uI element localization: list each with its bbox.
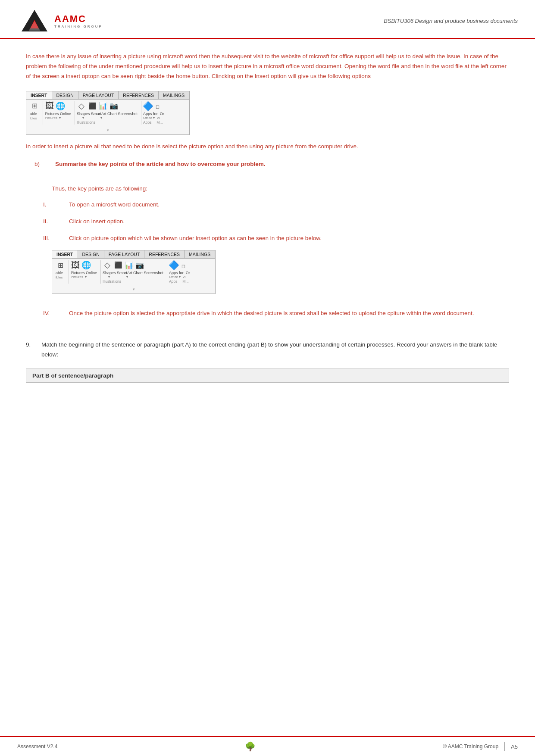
num-label-III: III. bbox=[43, 234, 69, 244]
tab-pagelayout-1: PAGE LAYOUT bbox=[78, 91, 119, 99]
tb-icons-shapes-2: ◇ ⬛ 📊 📷 bbox=[103, 260, 144, 270]
tb-sublabel-pictures-1: Pictures ▾ bbox=[45, 116, 61, 120]
tab-mailings-2: MAILINGS bbox=[185, 250, 215, 258]
logo-box bbox=[17, 8, 52, 34]
tb-sublabel-pictures-2: Pictures ▾ bbox=[71, 275, 87, 279]
logo-subtext: TRAINING GROUP bbox=[54, 25, 103, 28]
tab-design-1: DESIGN bbox=[52, 91, 78, 99]
tab-references-2: REFERENCES bbox=[144, 250, 185, 258]
tb-icons-apps-1: 🔷 ☐ bbox=[143, 101, 161, 111]
tb-label-shapes-2: Shapes SmartArt Chart Screenshot bbox=[103, 271, 163, 275]
corner-icon-2: ☐ bbox=[180, 263, 187, 270]
num-content-II: Click on insert option. bbox=[69, 217, 509, 227]
toolbar-indicator-2: ▼ bbox=[52, 284, 215, 294]
tab-insert-1: INSERT bbox=[26, 91, 52, 99]
question-9-section: 9. Match the beginning of the sentence o… bbox=[26, 336, 509, 383]
tb-sublabel-ibles-2: ibles bbox=[56, 275, 63, 279]
tb-group-pictures-1: 🖼 🌐 Pictures Online Pictures ▾ bbox=[44, 101, 75, 125]
smartart-icon-1: ⬛ bbox=[88, 101, 97, 111]
num-label-I: I. bbox=[43, 200, 69, 210]
list-item-I: I. To open a microsft word document. bbox=[43, 200, 509, 210]
section-b-text: Summarise the key points of the article … bbox=[55, 159, 266, 169]
tb-section-apps-1: Apps M... bbox=[143, 120, 163, 125]
tb-section-illustrations-1: Illustrations bbox=[77, 120, 95, 125]
tab-references-1: REFERENCES bbox=[119, 91, 159, 99]
tb-icons-shapes-1: ◇ ⬛ 📊 📷 bbox=[77, 101, 119, 111]
tb-sublabel-apps-1: Office ▾ Vi bbox=[143, 116, 160, 120]
tb-label-apps-2: Apps for Or bbox=[169, 271, 190, 275]
list-item-IV: IV. Once the picture option is slected t… bbox=[43, 309, 509, 319]
tb-group-shapes-1: ◇ ⬛ 📊 📷 Shapes SmartArt Chart Screenshot… bbox=[76, 101, 141, 125]
tb-group-pictures-2: 🖼 🌐 Pictures Online Pictures ▾ bbox=[70, 260, 101, 284]
num-label-IV: IV. bbox=[43, 309, 69, 319]
toolbar-container-2: INSERT DESIGN PAGE LAYOUT REFERENCES MAI… bbox=[52, 250, 509, 301]
pictures-icon-1: 🖼 bbox=[45, 101, 54, 111]
screenshot-icon-2: 📷 bbox=[135, 260, 144, 270]
footer-copyright: © AAMC Training Group bbox=[443, 744, 498, 750]
list-item-II: II. Click on insert option. bbox=[43, 217, 509, 227]
tb-group-table-2: ⊞ able ibles bbox=[55, 260, 69, 284]
q9-number: 9. bbox=[26, 340, 39, 350]
toolbar-mockup-2: INSERT DESIGN PAGE LAYOUT REFERENCES MAI… bbox=[52, 250, 216, 294]
page-header: AAMC TRAINING GROUP BSBITU306 Design and… bbox=[0, 0, 535, 39]
apps-icon-1: 🔷 bbox=[143, 101, 153, 111]
footer-left: Assessment V2.4 bbox=[17, 744, 57, 750]
shapes-icon-1: ◇ bbox=[77, 101, 86, 111]
part-b-label: Part B of sentence/paragraph bbox=[32, 372, 113, 379]
q9-text: Match the beginning of the sentence or p… bbox=[41, 340, 509, 360]
tb-label-pictures-1: Pictures Online bbox=[45, 112, 71, 116]
num-content-III: Click on picture option which wil be sho… bbox=[69, 234, 509, 244]
toolbar-body-1: ⊞ able ibles 🖼 🌐 Pictures Online Picture… bbox=[26, 100, 189, 125]
tb-label-shapes-1: Shapes SmartArt Chart Screenshot bbox=[77, 112, 138, 116]
tb-icons-pictures-2: 🖼 🌐 bbox=[71, 260, 91, 270]
online-pictures-icon-1: 🌐 bbox=[56, 101, 65, 111]
tab-mailings-1: MAILINGS bbox=[159, 91, 189, 99]
footer-tree-icon: 🌳 bbox=[245, 741, 256, 752]
num-content-IV: Once the picture option is slected the a… bbox=[69, 309, 509, 319]
q9-row: 9. Match the beginning of the sentence o… bbox=[26, 340, 509, 364]
smartart-icon-2: ⬛ bbox=[113, 260, 123, 270]
tab-design-2: DESIGN bbox=[78, 250, 104, 258]
chart-icon-1: 📊 bbox=[98, 101, 108, 111]
footer-page: A5 bbox=[511, 744, 518, 750]
numbered-list: I. To open a microsft word document. II.… bbox=[43, 200, 509, 244]
pictures-icon-2: 🖼 bbox=[71, 260, 80, 270]
tb-group-table-1: ⊞ able ibles bbox=[29, 101, 43, 125]
footer-right-area: © AAMC Training Group A5 bbox=[443, 742, 518, 751]
tb-label-able-1: able bbox=[30, 112, 37, 116]
tb-label-pictures-2: Pictures Online bbox=[71, 271, 97, 275]
tb-group-shapes-2: ◇ ⬛ 📊 📷 Shapes SmartArt Chart Screenshot… bbox=[102, 260, 167, 284]
tb-section-apps-2: Apps M... bbox=[169, 279, 188, 284]
intro-paragraph: In case there is any issue of inserting … bbox=[26, 52, 509, 81]
table-icon-1: ⊞ bbox=[30, 101, 39, 111]
insert-body-text: In order to insert a picture all that ne… bbox=[26, 142, 509, 152]
num-content-I: To open a microsft word document. bbox=[69, 200, 509, 210]
logo-svg bbox=[17, 8, 52, 34]
toolbar-tabs-row-1: INSERT DESIGN PAGE LAYOUT REFERENCES MAI… bbox=[26, 91, 189, 100]
footer-divider bbox=[504, 742, 505, 751]
page-footer: Assessment V2.4 🌳 © AAMC Training Group … bbox=[0, 736, 535, 756]
list-item-IV-container: IV. Once the picture option is slected t… bbox=[43, 309, 509, 319]
section-b-row: b) Summarise the key points of the artic… bbox=[34, 159, 509, 177]
tab-pagelayout-2: PAGE LAYOUT bbox=[104, 250, 145, 258]
num-label-II: II. bbox=[43, 217, 69, 227]
toolbar-tabs-row-2: INSERT DESIGN PAGE LAYOUT REFERENCES MAI… bbox=[52, 250, 215, 259]
tab-insert-2: INSERT bbox=[52, 250, 78, 258]
tb-sublabel-ibles-1: ibles bbox=[30, 116, 37, 120]
header-title: BSBITU306 Design and produce business do… bbox=[384, 18, 518, 24]
list-item-III: III. Click on picture option which wil b… bbox=[43, 234, 509, 244]
logo-text: AAMC bbox=[54, 13, 103, 25]
main-content: In case there is any issue of inserting … bbox=[0, 39, 535, 391]
tb-group-apps-1: 🔷 ☐ Apps for Or Office ▾ Vi Apps M... bbox=[142, 101, 168, 125]
chart-icon-2: 📊 bbox=[124, 260, 134, 270]
tb-label-able-2: able bbox=[56, 271, 63, 275]
tb-sublabel-shapes-1: ▾ ▾ bbox=[77, 116, 102, 120]
section-b-label: b) bbox=[34, 159, 52, 169]
logo-area: AAMC TRAINING GROUP bbox=[17, 8, 103, 34]
tb-icons-apps-2: 🔷 ☐ bbox=[169, 260, 187, 270]
corner-icon-1: ☐ bbox=[154, 104, 161, 111]
online-pictures-icon-2: 🌐 bbox=[81, 260, 91, 270]
tb-icons-table-1: ⊞ bbox=[30, 101, 39, 111]
screenshot-icon-1: 📷 bbox=[109, 101, 119, 111]
toolbar-mockup-1: INSERT DESIGN PAGE LAYOUT REFERENCES MAI… bbox=[26, 91, 190, 135]
